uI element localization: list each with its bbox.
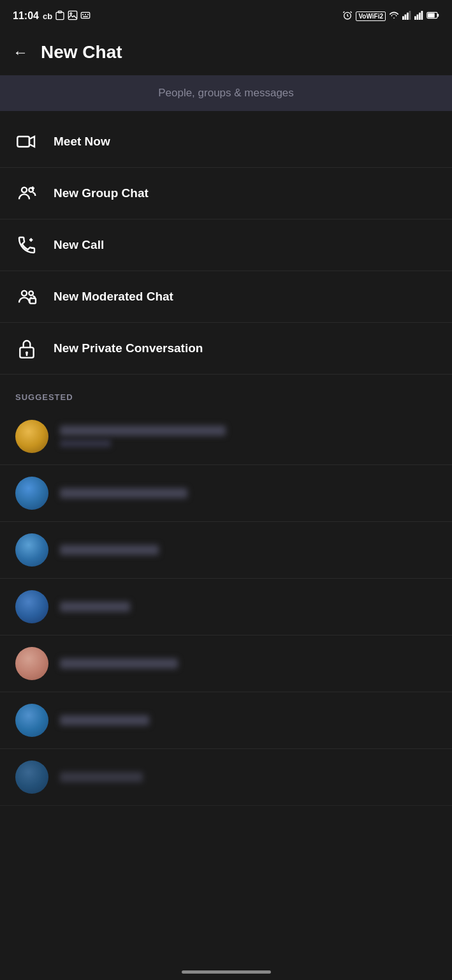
contact-info: [60, 715, 437, 725]
svg-point-29: [29, 291, 33, 295]
contact-item[interactable]: [0, 522, 452, 579]
phone-add-icon: [15, 234, 38, 256]
menu-item-new-group-chat[interactable]: New Group Chat: [0, 168, 452, 219]
svg-rect-21: [17, 137, 29, 147]
menu-item-new-moderated-chat-label: New Moderated Chat: [54, 290, 173, 304]
svg-point-28: [22, 291, 27, 296]
contact-name-blurred: [60, 658, 178, 669]
contact-info: [60, 602, 437, 612]
home-indicator: [182, 970, 271, 974]
contact-item[interactable]: [0, 465, 452, 522]
svg-rect-15: [417, 14, 419, 19]
svg-rect-4: [81, 12, 89, 18]
svg-rect-11: [405, 14, 407, 19]
image-icon: [68, 10, 78, 22]
status-left-icons: cb: [43, 10, 91, 22]
svg-rect-17: [421, 11, 423, 20]
contact-info: [60, 488, 437, 498]
contact-name-blurred: [60, 715, 149, 725]
contact-subtitle-blurred: [60, 440, 111, 447]
cb-icon: cb: [43, 11, 52, 21]
svg-rect-2: [68, 11, 77, 19]
svg-rect-1: [56, 12, 64, 19]
menu-item-new-group-chat-label: New Group Chat: [54, 186, 149, 200]
back-button[interactable]: ←: [13, 45, 28, 60]
search-input[interactable]: [13, 87, 439, 100]
svg-rect-13: [409, 11, 411, 20]
status-time: 11:04: [13, 10, 39, 22]
svg-rect-16: [419, 12, 421, 19]
wifi-icon: [389, 11, 399, 22]
menu-item-new-private-conversation[interactable]: New Private Conversation: [0, 323, 452, 375]
avatar: [15, 420, 48, 453]
contact-info: [60, 772, 437, 782]
contact-info: [60, 658, 437, 669]
contact-name-blurred: [60, 772, 143, 782]
avatar: [15, 590, 48, 623]
search-bar[interactable]: [0, 75, 452, 111]
menu-item-new-call-label: New Call: [54, 238, 104, 252]
lock-icon: [15, 337, 38, 360]
svg-rect-20: [428, 13, 435, 17]
status-right-icons: VoWiFi2: [342, 10, 439, 22]
status-time-area: 11:04 cb: [13, 10, 91, 22]
contact-item[interactable]: [0, 579, 452, 635]
svg-rect-12: [407, 12, 409, 19]
battery-icon: [426, 11, 439, 21]
page-header: ← New Chat: [0, 32, 452, 75]
group-add-icon: [15, 182, 38, 205]
contact-item[interactable]: [0, 749, 452, 806]
avatar: [15, 704, 48, 737]
menu-item-new-call[interactable]: New Call: [0, 219, 452, 271]
svg-rect-14: [414, 16, 416, 20]
svg-point-3: [70, 13, 72, 15]
group-moderated-icon: [15, 285, 38, 308]
svg-point-22: [22, 188, 27, 193]
menu-item-new-private-conversation-label: New Private Conversation: [54, 341, 203, 355]
contact-name-blurred: [60, 602, 130, 612]
alarm-icon: [342, 10, 353, 22]
contact-info: [60, 545, 437, 555]
contact-item[interactable]: [0, 692, 452, 749]
suggested-section: SUGGESTED: [0, 380, 452, 806]
avatar: [15, 477, 48, 510]
contact-name-blurred: [60, 545, 159, 555]
contact-item[interactable]: [0, 635, 452, 692]
menu-list: Meet Now New Group Chat New Call: [0, 111, 452, 380]
signal-icon-1: [402, 11, 411, 22]
svg-rect-19: [437, 13, 439, 17]
contact-info: [60, 426, 437, 447]
menu-item-new-moderated-chat[interactable]: New Moderated Chat: [0, 271, 452, 323]
avatar: [15, 533, 48, 567]
keyboard-icon: [80, 10, 91, 22]
clipboard-icon: [55, 10, 65, 22]
avatar: [15, 647, 48, 680]
page-title: New Chat: [41, 42, 122, 63]
contact-item[interactable]: [0, 408, 452, 465]
contact-name-blurred: [60, 426, 226, 436]
vowifi-badge: VoWiFi2: [356, 11, 386, 21]
contact-name-blurred: [60, 488, 187, 498]
status-bar: 11:04 cb: [0, 0, 452, 32]
menu-item-meet-now[interactable]: Meet Now: [0, 116, 452, 168]
svg-rect-10: [402, 16, 404, 20]
menu-item-meet-now-label: Meet Now: [54, 135, 110, 149]
video-icon: [15, 130, 38, 153]
avatar: [15, 761, 48, 794]
signal-icon-2: [414, 11, 423, 22]
suggested-header: SUGGESTED: [0, 380, 452, 408]
